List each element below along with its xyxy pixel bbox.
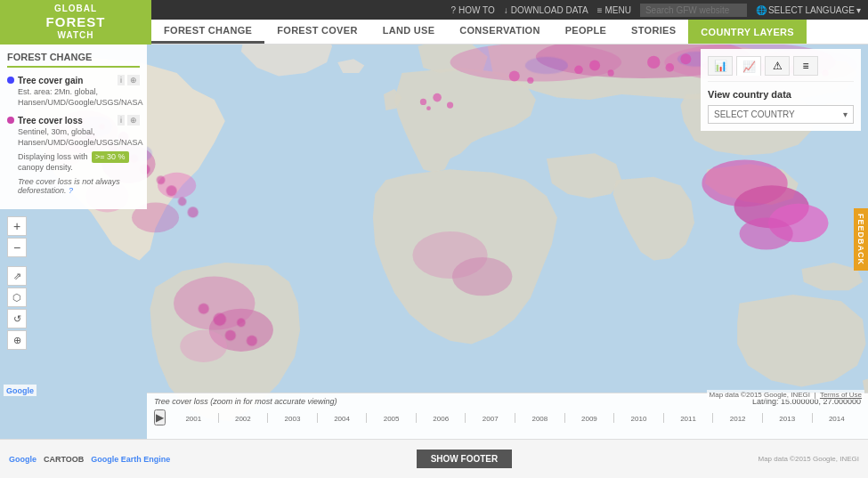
- loss-dot: [7, 117, 14, 124]
- gain-info-button[interactable]: i: [118, 75, 125, 85]
- year-tick[interactable]: 2004: [317, 413, 367, 423]
- chevron-down-icon: ▾: [856, 5, 861, 15]
- gain-layer-icons: i ⊕: [118, 75, 140, 85]
- topbar-links: ? HOW TO ↓ DOWNLOAD DATA ≡ MENU 🌐 SELECT…: [450, 4, 861, 17]
- panel-title: FOREST CHANGE: [7, 52, 140, 68]
- tab-stories[interactable]: STORIES: [619, 20, 688, 44]
- year-tick[interactable]: 2008: [515, 413, 564, 423]
- year-tick[interactable]: 2011: [663, 413, 713, 423]
- loss-layer-icons: i ⊕: [118, 115, 140, 126]
- global-forest-watch-logo[interactable]: GLOBAL FOREST WATCH: [0, 0, 151, 45]
- zoom-controls: + − ⇗ ⬡ ↺ ⊕: [7, 216, 27, 350]
- svg-point-31: [589, 60, 600, 70]
- show-footer-button[interactable]: SHOW FOOTER: [417, 450, 513, 468]
- year-ticks: 2001200220032004200520062007200820092010…: [169, 413, 861, 423]
- year-tick[interactable]: 2003: [267, 413, 317, 423]
- svg-point-22: [525, 57, 568, 74]
- search-location-button[interactable]: ⊕: [7, 330, 27, 350]
- loss-canopy-label: Displaying loss with >= 30 % canopy dens…: [18, 151, 140, 174]
- tree-cover-gain-layer: Tree cover gain i ⊕ Est. area: 2Mn. glob…: [7, 75, 140, 108]
- forest-change-panel: FOREST CHANGE Tree cover gain i ⊕ Est. a…: [0, 45, 147, 209]
- svg-point-58: [237, 319, 246, 328]
- zoom-in-button[interactable]: +: [7, 216, 27, 236]
- svg-point-55: [199, 304, 209, 314]
- svg-point-19: [452, 257, 512, 296]
- bar-chart-view-icon[interactable]: 📊: [708, 56, 733, 76]
- svg-point-26: [433, 93, 442, 102]
- tab-conservation[interactable]: CONSERVATION: [447, 20, 552, 44]
- gain-expand-button[interactable]: ⊕: [127, 75, 140, 85]
- svg-point-30: [574, 65, 583, 74]
- year-tick[interactable]: 2009: [564, 413, 614, 423]
- select-country-dropdown[interactable]: SELECT COUNTRY ▾: [708, 105, 854, 124]
- year-tick[interactable]: 2007: [465, 413, 515, 423]
- svg-point-33: [647, 56, 660, 69]
- measure-button[interactable]: ⬡: [7, 288, 27, 307]
- more-info-link[interactable]: ?: [69, 186, 73, 195]
- zoom-out-button[interactable]: −: [7, 238, 27, 257]
- line-chart-view-icon[interactable]: 📈: [736, 56, 761, 76]
- loss-description: Sentinel, 30m, global, Hansen/UMD/Google…: [18, 127, 140, 148]
- how-to-link[interactable]: ? HOW TO: [450, 5, 494, 15]
- menu-link[interactable]: ≡ MENU: [597, 5, 631, 15]
- download-icon: ↓: [504, 5, 508, 15]
- year-tick[interactable]: 2010: [613, 413, 663, 423]
- tab-forest-cover[interactable]: FOREST COVER: [264, 20, 369, 44]
- layer-loss-header: Tree cover loss i ⊕: [7, 115, 140, 126]
- loss-expand-button[interactable]: ⊕: [127, 115, 140, 126]
- tab-forest-change[interactable]: FOREST CHANGE: [151, 20, 264, 44]
- panel-view-icons: 📊 📈 ⚠ ≡: [708, 56, 854, 82]
- language-selector[interactable]: 🌐 SELECT LANGUAGE ▾: [756, 5, 861, 15]
- svg-point-52: [166, 185, 177, 196]
- timeline-label: Tree cover loss (zoom in for most accura…: [154, 397, 337, 406]
- feedback-tab[interactable]: FEEDBACK: [854, 207, 868, 270]
- year-tick[interactable]: 2014: [812, 413, 862, 423]
- svg-point-32: [608, 69, 614, 76]
- logo-content: GLOBAL FOREST WATCH: [46, 4, 106, 41]
- menu-icon: ≡: [597, 5, 603, 15]
- google-logo: Google: [4, 385, 37, 396]
- svg-point-6: [158, 173, 196, 198]
- warning-view-icon[interactable]: ⚠: [765, 56, 790, 76]
- share-map-button[interactable]: ⇗: [7, 266, 27, 286]
- cartoob-logo: CARTOOB: [44, 455, 84, 464]
- tab-country-layers[interactable]: COUNTRY LAYERS: [688, 20, 807, 44]
- svg-point-54: [188, 207, 199, 217]
- gain-dot: [7, 77, 14, 84]
- refresh-button[interactable]: ↺: [7, 309, 27, 328]
- globe-lang-icon: 🌐: [756, 5, 767, 15]
- year-tick[interactable]: 2013: [762, 413, 812, 423]
- tab-land-use[interactable]: LAND USE: [370, 20, 448, 44]
- svg-point-35: [680, 53, 691, 64]
- layers-view-icon[interactable]: ≡: [793, 56, 818, 76]
- svg-point-24: [420, 99, 426, 105]
- map-attribution: Map data ©2015 Google, INEGI | Terms of …: [707, 390, 864, 400]
- right-panel-title: View country data: [708, 89, 854, 100]
- footer-logos: Google CARTOOB Google Earth Engine: [9, 455, 170, 464]
- canopy-badge[interactable]: >= 30 %: [92, 151, 129, 164]
- timeline-track: ▶ 20012002200320042005200620072008200920…: [154, 409, 861, 425]
- footer-right: Map data ©2015 Google, INEGI: [758, 455, 859, 463]
- loss-note: Tree cover loss is not alwaysdeforestati…: [18, 177, 140, 195]
- search-input[interactable]: [640, 4, 747, 17]
- svg-point-28: [509, 71, 520, 82]
- year-tick[interactable]: 2012: [712, 413, 762, 423]
- download-data-link[interactable]: ↓ DOWNLOAD DATA: [504, 5, 588, 15]
- tab-people[interactable]: PEOPLE: [553, 20, 619, 44]
- earth-engine-logo: Google Earth Engine: [91, 455, 170, 464]
- play-button[interactable]: ▶: [154, 409, 166, 425]
- svg-point-34: [666, 63, 675, 72]
- year-tick[interactable]: 2002: [218, 413, 268, 423]
- footer-bar: Google CARTOOB Google Earth Engine SHOW …: [0, 439, 868, 478]
- svg-point-51: [157, 175, 166, 184]
- main-navigation: FOREST CHANGE FOREST COVER LAND USE CONS…: [151, 20, 868, 45]
- svg-point-27: [447, 101, 453, 108]
- svg-point-53: [178, 198, 187, 207]
- year-tick[interactable]: 2006: [416, 413, 466, 423]
- loss-info-button[interactable]: i: [118, 115, 125, 126]
- google-footer-logo: Google: [9, 455, 37, 464]
- year-tick[interactable]: 2005: [366, 413, 416, 423]
- question-icon: ?: [450, 5, 456, 15]
- svg-point-59: [247, 336, 257, 346]
- year-tick[interactable]: 2001: [169, 413, 218, 423]
